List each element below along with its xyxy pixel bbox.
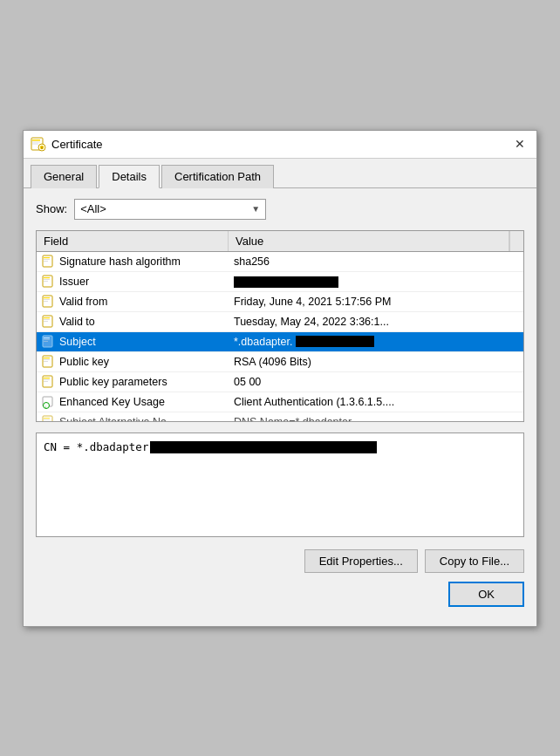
title-bar-left: Certificate <box>31 136 103 152</box>
field-cell: ↓ Enhanced Key Usage <box>37 392 229 412</box>
svg-rect-1 <box>32 140 40 141</box>
redacted-detail <box>150 441 377 453</box>
certificate-icon <box>31 136 46 152</box>
value-cell: *.dbadapter. <box>229 333 523 351</box>
svg-rect-18 <box>44 299 50 300</box>
value-cell: sha256 <box>229 253 523 270</box>
field-cell: Valid from <box>37 292 229 311</box>
action-buttons: Edit Properties... Copy to File... <box>36 549 524 573</box>
table-header: Field Value <box>37 231 523 252</box>
svg-rect-29 <box>44 358 50 358</box>
table-row[interactable]: Subject *.dbadapter. <box>37 332 523 352</box>
field-icon <box>42 275 56 289</box>
field-cell: Issuer <box>37 272 229 291</box>
svg-rect-40 <box>44 418 50 419</box>
svg-rect-42 <box>44 421 48 422</box>
ok-button[interactable]: OK <box>448 582 524 607</box>
certificate-dialog: Certificate ✕ General Details Certificat… <box>23 130 537 627</box>
table-row[interactable]: Public key RSA (4096 Bits) <box>37 352 523 372</box>
dropdown-value: <All> <box>80 202 106 215</box>
svg-rect-35 <box>44 381 48 382</box>
show-dropdown[interactable]: <All> ▼ <box>74 199 266 220</box>
copy-to-file-button[interactable]: Copy to File... <box>425 549 524 573</box>
svg-rect-13 <box>44 277 50 278</box>
svg-rect-10 <box>44 259 50 260</box>
svg-rect-7 <box>41 146 44 147</box>
svg-rect-33 <box>44 378 50 378</box>
chevron-down-icon: ▼ <box>251 204 260 214</box>
field-cell: Signature hash algorithm <box>37 252 229 271</box>
svg-rect-26 <box>44 339 50 340</box>
ok-row: OK <box>36 582 524 616</box>
table-row[interactable]: Signature hash algorithm sha256 <box>37 252 523 272</box>
svg-rect-31 <box>44 361 48 362</box>
table-row[interactable]: Public key parameters 05 00 <box>37 372 523 392</box>
svg-rect-25 <box>44 337 50 338</box>
field-icon <box>42 375 56 389</box>
table-row[interactable]: ↓ Enhanced Key Usage Client Authenticati… <box>37 392 523 412</box>
dialog-title: Certificate <box>51 138 103 151</box>
field-cell: Subject Alternative Na... <box>37 412 229 422</box>
field-icon: ↓ <box>42 395 56 409</box>
redacted-value <box>234 276 338 288</box>
tab-general[interactable]: General <box>31 165 97 188</box>
detail-value-box: CN = *.dbadapter <box>36 432 524 537</box>
field-cell: Subject <box>37 332 229 351</box>
value-cell: DNS Name=*.dbadapter... <box>229 413 523 422</box>
svg-rect-9 <box>44 257 50 258</box>
scrollbar-top <box>509 231 523 251</box>
svg-rect-17 <box>44 297 50 298</box>
table-row[interactable]: Issuer <box>37 272 523 292</box>
svg-rect-15 <box>44 281 48 282</box>
value-cell: 05 00 <box>229 373 523 391</box>
value-cell: Tuesday, May 24, 2022 3:36:1... <box>229 313 523 330</box>
show-row: Show: <All> ▼ <box>36 199 524 220</box>
close-button[interactable]: ✕ <box>510 134 529 153</box>
tabs-bar: General Details Certification Path <box>24 159 536 188</box>
table-row[interactable]: Valid to Tuesday, May 24, 2022 3:36:1... <box>37 312 523 332</box>
tab-details[interactable]: Details <box>99 165 160 188</box>
svg-rect-27 <box>44 341 48 342</box>
edit-properties-button[interactable]: Edit Properties... <box>304 549 418 573</box>
svg-rect-30 <box>44 359 50 360</box>
field-cell: Public key <box>37 352 229 371</box>
show-label: Show: <box>36 202 67 215</box>
certificate-fields-table: Field Value Signature hash algorithm sha… <box>36 230 524 422</box>
field-cell: Public key parameters <box>37 372 229 392</box>
table-row[interactable]: Subject Alternative Na... DNS Name=*.dba… <box>37 412 523 422</box>
column-header-field: Field <box>37 231 229 251</box>
svg-rect-19 <box>44 301 48 302</box>
value-cell: Client Authentication (1.3.6.1.5.... <box>229 393 523 411</box>
redacted-subject-value <box>296 336 374 347</box>
svg-rect-14 <box>44 279 50 280</box>
field-icon <box>42 415 56 422</box>
field-icon <box>42 335 56 349</box>
field-icon <box>42 355 56 369</box>
field-icon <box>42 315 56 329</box>
value-cell: Friday, June 4, 2021 5:17:56 PM <box>229 293 523 310</box>
field-icon <box>42 255 56 269</box>
svg-rect-11 <box>44 261 48 262</box>
svg-rect-41 <box>44 419 50 420</box>
field-icon <box>42 295 56 309</box>
svg-rect-39 <box>43 416 52 422</box>
field-cell: Valid to <box>37 312 229 331</box>
table-row[interactable]: Valid from Friday, June 4, 2021 5:17:56 … <box>37 292 523 312</box>
title-bar: Certificate ✕ <box>24 131 536 159</box>
svg-rect-23 <box>44 321 48 322</box>
detail-text: CN = *.dbadapter <box>44 440 148 453</box>
svg-rect-2 <box>32 142 40 143</box>
dialog-content: Show: <All> ▼ Field Value <box>24 188 536 626</box>
column-header-value: Value <box>229 231 509 251</box>
value-cell <box>229 272 523 289</box>
tab-certification-path[interactable]: Certification Path <box>161 165 274 188</box>
svg-rect-3 <box>32 144 38 145</box>
svg-rect-22 <box>44 319 50 320</box>
svg-rect-34 <box>44 379 50 380</box>
svg-text:↓: ↓ <box>44 403 47 408</box>
value-cell: RSA (4096 Bits) <box>229 353 523 371</box>
svg-rect-21 <box>44 317 50 318</box>
